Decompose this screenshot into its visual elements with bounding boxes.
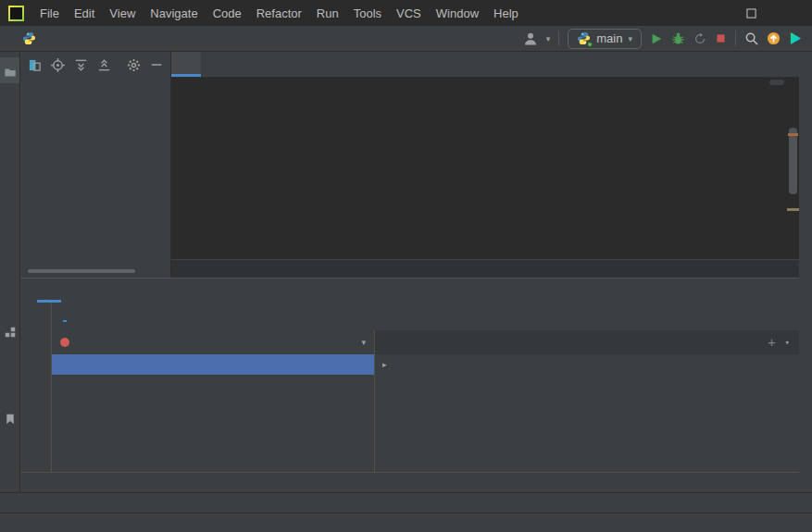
debug-button-icon[interactable] (671, 31, 685, 45)
stripe-tab-project[interactable] (0, 57, 19, 83)
chevron-right-icon: ▸ (382, 360, 392, 369)
hint-bar (20, 472, 799, 492)
bookmark-icon (5, 414, 16, 425)
debug-actions-column (20, 303, 52, 472)
debug-tab-bar (20, 278, 799, 303)
run-config-selector[interactable]: main▾ (568, 29, 642, 49)
hide-panel-icon[interactable] (150, 58, 163, 71)
frames-panel: ▾ (52, 330, 374, 472)
menu-window[interactable]: Window (429, 0, 486, 26)
menu-file[interactable]: File (32, 0, 67, 26)
pycharm-window: FileEditViewNavigateCodeRefactorRunTools… (0, 0, 812, 532)
menu-bar: FileEditViewNavigateCodeRefactorRunTools… (32, 0, 526, 26)
project-toolbar-right (127, 58, 163, 72)
maximize-icon (746, 8, 756, 19)
project-hscrollbar[interactable] (28, 269, 135, 273)
settings-gear-icon[interactable] (127, 58, 141, 72)
add-watch-icon[interactable]: + (760, 335, 775, 350)
inspection-widget[interactable] (769, 80, 784, 85)
search-everywhere-icon[interactable] (744, 31, 758, 45)
menu-refactor[interactable]: Refactor (249, 0, 309, 26)
pycharm-logo-icon (8, 6, 24, 21)
expand-all-icon[interactable] (74, 58, 88, 72)
status-bar (0, 513, 812, 532)
project-panel (20, 52, 171, 278)
thread-dot-icon (60, 338, 69, 347)
tab-debugger[interactable] (63, 311, 67, 322)
stop-button-icon[interactable] (715, 32, 727, 44)
user-avatar-icon[interactable] (523, 31, 538, 46)
editor-breadcrumb-bar[interactable] (171, 259, 799, 278)
chevron-down-icon: ▾ (546, 34, 551, 43)
editor-tab-mainpy[interactable] (171, 52, 201, 77)
right-tool-stripe (799, 52, 812, 492)
nav-actions: ▾main▾ (523, 29, 803, 49)
select-opened-file-icon[interactable] (28, 58, 42, 72)
chevron-down-icon[interactable]: ▾ (785, 338, 790, 347)
menu-code[interactable]: Code (206, 0, 249, 26)
menu-run[interactable]: Run (309, 0, 346, 26)
window-controls (690, 0, 812, 26)
thread-selector[interactable]: ▾ (52, 330, 374, 354)
python-icon (577, 31, 591, 45)
ide-update-icon[interactable] (767, 31, 781, 45)
separator (735, 31, 736, 46)
stripe-tab-bookmarks[interactable] (0, 409, 19, 425)
editor-scrollbar[interactable] (789, 128, 797, 194)
debug-panel: ▾ + ▾ (20, 278, 799, 472)
run-config-name: main (596, 31, 622, 45)
project-toolbar (20, 52, 170, 78)
breadcrumb-file[interactable] (22, 31, 41, 45)
minimize-button[interactable] (690, 0, 731, 26)
menu-edit[interactable]: Edit (67, 0, 102, 26)
variables-panel: + ▾ ▸ (374, 330, 799, 472)
scrollbar-mark (787, 208, 799, 211)
editor-tab-bar (171, 52, 799, 78)
run-with-coverage-icon[interactable] (693, 32, 706, 45)
run-button-icon[interactable] (650, 32, 663, 45)
special-variables-row[interactable]: ▸ (375, 354, 799, 374)
chevron-down-icon: ▾ (361, 338, 366, 347)
toolwindow-bar (0, 492, 812, 513)
collapse-all-icon[interactable] (97, 58, 111, 72)
navigation-bar: ▾main▾ (0, 26, 812, 52)
locate-icon[interactable] (51, 58, 65, 72)
stack-frame-row[interactable] (52, 354, 374, 375)
menu-tools[interactable]: Tools (346, 0, 389, 26)
debug-session-tab[interactable] (37, 278, 61, 303)
close-button[interactable] (771, 0, 812, 26)
green-dot-icon (587, 42, 593, 47)
python-file-icon (22, 31, 36, 45)
scrollbar-mark (788, 133, 798, 136)
code-with-me-icon[interactable] (789, 31, 803, 45)
project-tree (20, 78, 170, 278)
editor (171, 52, 799, 278)
menu-vcs[interactable]: VCS (389, 0, 429, 26)
code-area[interactable] (171, 78, 799, 259)
title-bar: FileEditViewNavigateCodeRefactorRunTools… (0, 0, 812, 26)
menu-view[interactable]: View (102, 0, 143, 26)
folder-icon (4, 67, 17, 79)
menu-help[interactable]: Help (486, 0, 526, 26)
left-tool-stripe (0, 52, 20, 492)
maximize-button[interactable] (731, 0, 771, 26)
debug-toolbar (52, 303, 799, 330)
structure-icon (5, 327, 16, 338)
tab-console[interactable] (89, 311, 93, 322)
menu-navigate[interactable]: Navigate (143, 0, 205, 26)
separator (558, 31, 559, 46)
chevron-down-icon: ▾ (628, 34, 632, 43)
stripe-tab-structure[interactable] (0, 322, 19, 338)
watch-input[interactable]: + ▾ (375, 330, 799, 354)
